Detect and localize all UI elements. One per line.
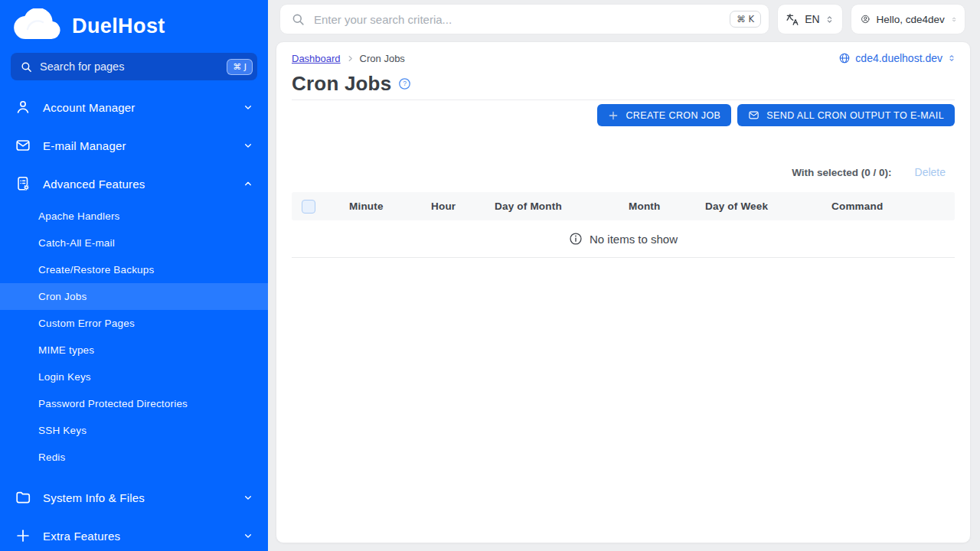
user-greeting: Hello, cde4dev bbox=[877, 14, 945, 25]
breadcrumb-dashboard-link[interactable]: Dashboard bbox=[292, 53, 341, 64]
chevron-right-icon bbox=[346, 54, 354, 63]
sidebar-search-input[interactable] bbox=[40, 60, 220, 73]
sidebar-item-email-manager[interactable]: E-mail Manager bbox=[0, 126, 268, 165]
updown-chevron-icon bbox=[825, 15, 835, 24]
sidebar-subitem-cron-jobs[interactable]: Cron Jobs bbox=[0, 283, 268, 310]
plus-icon bbox=[14, 527, 32, 545]
sidebar-item-label: Extra Features bbox=[43, 530, 231, 543]
language-selector[interactable]: EN bbox=[777, 4, 843, 34]
sidebar-search-shortcut: ⌘ J bbox=[227, 59, 253, 75]
sidebar-item-advanced-features[interactable]: Advanced Features bbox=[0, 165, 268, 203]
sidebar-item-label: System Info & Files bbox=[43, 491, 231, 504]
sidebar-item-system-info-files[interactable]: System Info & Files bbox=[0, 478, 268, 517]
selection-toolbar: With selected (0 / 0): Delete bbox=[792, 166, 955, 178]
chevron-down-icon bbox=[242, 101, 254, 113]
create-cron-job-button[interactable]: CREATE CRON JOB bbox=[597, 104, 731, 126]
search-icon bbox=[20, 60, 33, 73]
domain-name: cde4.duelhost.dev bbox=[855, 52, 942, 64]
mail-icon bbox=[14, 136, 32, 155]
translate-icon bbox=[786, 12, 800, 27]
user-circle-icon bbox=[861, 11, 871, 27]
sidebar-item-label: E-mail Manager bbox=[43, 139, 231, 152]
user-icon bbox=[14, 98, 32, 116]
plus-icon bbox=[608, 110, 619, 121]
header-divider bbox=[292, 99, 955, 100]
updown-chevron-icon bbox=[947, 54, 956, 63]
column-header-day-of-week: Day of Week bbox=[695, 201, 822, 212]
sidebar-item-account-manager[interactable]: Account Manager bbox=[0, 88, 268, 126]
language-label: EN bbox=[805, 13, 819, 25]
domain-selector[interactable]: cde4.duelhost.dev bbox=[838, 52, 956, 64]
column-header-command: Command bbox=[822, 201, 955, 212]
chevron-down-icon bbox=[242, 491, 254, 504]
delete-selected-button[interactable]: Delete bbox=[915, 166, 955, 178]
cron-jobs-table: Minute Hour Day of Month Month Day of We… bbox=[292, 192, 955, 258]
breadcrumb: Dashboard Cron Jobs cde4.duelhost.dev bbox=[292, 51, 956, 65]
advanced-features-submenu: Apache Handlers Catch-All E-mail Create/… bbox=[0, 203, 268, 471]
empty-state-row: No items to show bbox=[292, 220, 955, 258]
search-icon bbox=[291, 12, 305, 27]
sidebar-subitem-login-keys[interactable]: Login Keys bbox=[0, 364, 268, 390]
sidebar-subitem-password-protected-directories[interactable]: Password Protected Directories bbox=[0, 390, 268, 417]
document-gear-icon bbox=[14, 174, 32, 193]
chevron-up-icon bbox=[242, 178, 254, 190]
select-all-checkbox[interactable] bbox=[302, 200, 315, 214]
sidebar-subitem-mime-types[interactable]: MIME types bbox=[0, 337, 268, 364]
create-cron-job-label: CREATE CRON JOB bbox=[626, 110, 720, 121]
chevron-down-icon bbox=[242, 139, 254, 152]
breadcrumb-current: Cron Jobs bbox=[360, 53, 405, 64]
global-search-input[interactable] bbox=[314, 13, 721, 26]
sidebar-subitem-ssh-keys[interactable]: SSH Keys bbox=[0, 417, 268, 444]
sidebar-subitem-custom-error-pages[interactable]: Custom Error Pages bbox=[0, 310, 268, 337]
global-search-bar[interactable]: ⌘ K bbox=[279, 4, 769, 34]
send-all-cron-output-button[interactable]: SEND ALL CRON OUTPUT TO E-MAIL bbox=[737, 104, 955, 126]
sidebar: DuelHost ⌘ J Account Manager bbox=[0, 0, 268, 551]
globe-icon bbox=[838, 52, 851, 64]
brand-name: DuelHost bbox=[72, 15, 165, 38]
page-title: Cron Jobs bbox=[292, 72, 391, 96]
sidebar-subitem-apache-handlers[interactable]: Apache Handlers bbox=[0, 203, 268, 230]
page-header: Cron Jobs ? bbox=[292, 72, 411, 96]
sidebar-item-extra-features[interactable]: Extra Features bbox=[0, 517, 268, 551]
sidebar-subitem-catch-all-email[interactable]: Catch-All E-mail bbox=[0, 230, 268, 256]
user-menu[interactable]: Hello, cde4dev bbox=[851, 4, 965, 34]
sidebar-nav: Account Manager E-mail Manager bbox=[0, 88, 268, 551]
chevron-down-icon bbox=[242, 530, 254, 542]
sidebar-subitem-create-restore-backups[interactable]: Create/Restore Backups bbox=[0, 256, 268, 283]
select-all-checkbox-cell bbox=[292, 200, 339, 214]
main-content: Dashboard Cron Jobs cde4.duelhost.dev bbox=[276, 41, 971, 543]
sidebar-search[interactable]: ⌘ J bbox=[11, 53, 257, 80]
with-selected-label: With selected (0 / 0): bbox=[792, 167, 891, 178]
help-icon[interactable]: ? bbox=[398, 77, 411, 90]
updown-chevron-icon bbox=[951, 15, 957, 24]
cloud-logo-icon bbox=[12, 8, 66, 44]
column-header-month: Month bbox=[619, 201, 695, 212]
svg-text:?: ? bbox=[403, 80, 407, 87]
send-all-cron-output-label: SEND ALL CRON OUTPUT TO E-MAIL bbox=[766, 110, 944, 121]
folder-icon bbox=[14, 488, 32, 507]
brand-logo[interactable]: DuelHost bbox=[0, 0, 268, 44]
column-header-day-of-month: Day of Month bbox=[485, 201, 619, 212]
app: DuelHost ⌘ J Account Manager bbox=[0, 0, 980, 551]
sidebar-subitem-redis[interactable]: Redis bbox=[0, 444, 268, 471]
info-icon bbox=[569, 232, 583, 246]
mail-icon bbox=[748, 109, 760, 121]
table-header-row: Minute Hour Day of Month Month Day of We… bbox=[292, 192, 955, 220]
sidebar-item-label: Account Manager bbox=[43, 101, 231, 114]
sidebar-item-label: Advanced Features bbox=[43, 178, 231, 191]
global-search-shortcut: ⌘ K bbox=[730, 11, 761, 28]
page-actions: CREATE CRON JOB SEND ALL CRON OUTPUT TO … bbox=[597, 104, 955, 126]
empty-state-message: No items to show bbox=[590, 233, 678, 246]
column-header-minute: Minute bbox=[339, 201, 421, 212]
column-header-hour: Hour bbox=[421, 201, 485, 212]
